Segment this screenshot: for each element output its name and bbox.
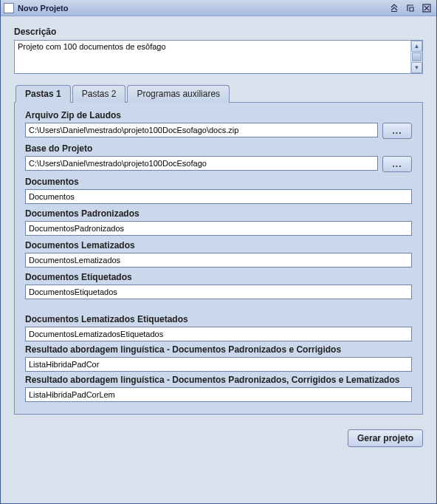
tab-programas-auxiliares[interactable]: Programas auxiliares xyxy=(127,85,230,103)
documentos-padronizados-label: Documentos Padronizados xyxy=(25,208,412,219)
documentos-lematizados-input[interactable] xyxy=(25,253,412,268)
window-icon xyxy=(4,3,14,13)
resultado-pad-cor-input[interactable] xyxy=(25,357,412,372)
scroll-thumb[interactable] xyxy=(412,52,421,61)
window-title: Novo Projeto xyxy=(18,4,388,13)
tab-panel-pastas-1: Arquivo Zip de Laudos ... Base do Projet… xyxy=(14,102,423,415)
documentos-padronizados-input[interactable] xyxy=(25,221,412,236)
documentos-label: Documentos xyxy=(25,177,412,187)
tab-pastas-1[interactable]: Pastas 1 xyxy=(16,85,71,103)
resultado-pad-cor-lem-input[interactable] xyxy=(25,387,412,402)
description-field-wrapper: ▲ ▼ xyxy=(14,40,423,74)
maximize-button[interactable] xyxy=(404,2,417,14)
zip-browse-button[interactable]: ... xyxy=(382,123,412,139)
resultado-pad-cor-label: Resultado abordagem linguística - Docume… xyxy=(25,344,412,355)
svg-rect-0 xyxy=(391,11,397,12)
description-textarea[interactable] xyxy=(15,41,410,73)
zip-label: Arquivo Zip de Laudos xyxy=(25,110,412,120)
documentos-etiquetados-label: Documentos Etiquetados xyxy=(25,272,412,282)
minimize-button[interactable] xyxy=(388,2,401,14)
dialog-window: Novo Projeto Descrição ▲ ▼ xyxy=(0,0,437,504)
description-label: Descrição xyxy=(14,27,423,37)
tab-bar: Pastas 1 Pastas 2 Programas auxiliares xyxy=(16,85,423,103)
resultado-pad-cor-lem-label: Resultado abordagem linguística - Docume… xyxy=(25,375,412,385)
scroll-up-icon[interactable]: ▲ xyxy=(411,41,422,52)
base-label: Base do Projeto xyxy=(25,143,412,154)
documentos-lem-etiq-label: Documentos Lematizados Etiquetados xyxy=(25,314,412,324)
scroll-down-icon[interactable]: ▼ xyxy=(411,62,422,73)
description-scrollbar[interactable]: ▲ ▼ xyxy=(410,41,422,73)
titlebar: Novo Projeto xyxy=(1,0,436,16)
base-input[interactable] xyxy=(25,156,378,171)
documentos-etiquetados-input[interactable] xyxy=(25,285,412,299)
documentos-input[interactable] xyxy=(25,189,412,204)
tab-pastas-2[interactable]: Pastas 2 xyxy=(72,85,126,103)
close-button[interactable] xyxy=(420,2,433,14)
documentos-lematizados-label: Documentos Lematizados xyxy=(25,240,412,251)
gerar-projeto-button[interactable]: Gerar projeto xyxy=(348,429,423,447)
documentos-lem-etiq-input[interactable] xyxy=(25,327,412,341)
base-browse-button[interactable]: ... xyxy=(382,156,412,172)
zip-input[interactable] xyxy=(25,123,378,137)
